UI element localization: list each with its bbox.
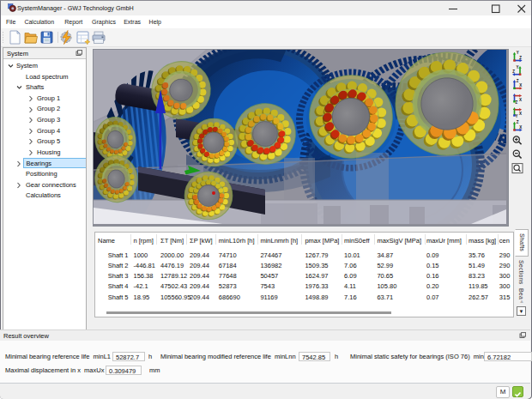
svg-text:X: X — [519, 112, 522, 116]
svg-text:X: X — [519, 98, 522, 102]
svg-text:X: X — [519, 125, 522, 130]
svg-text:Z: Z — [519, 56, 522, 60]
svg-text:Z: Z — [517, 79, 519, 83]
svg-text:Y: Y — [517, 51, 519, 55]
svg-text:Y: Y — [516, 114, 518, 118]
svg-text:Z: Z — [512, 70, 515, 74]
svg-text:Z: Z — [516, 100, 518, 105]
svg-text:X: X — [519, 83, 522, 88]
svg-text:Y: Y — [517, 65, 519, 70]
svg-text:Z: Z — [517, 120, 519, 124]
